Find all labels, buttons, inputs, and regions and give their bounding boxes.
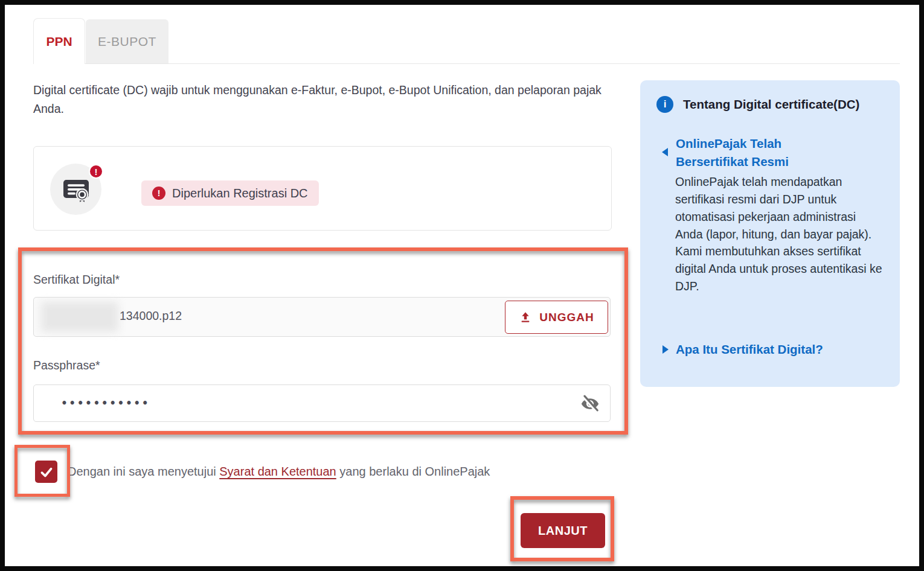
- terms-link[interactable]: Syarat dan Ketentuan: [219, 465, 336, 478]
- toggle-password-visibility-button[interactable]: [579, 393, 602, 415]
- terms-checkbox[interactable]: [35, 461, 57, 483]
- info-panel-header: i Tentang Digital certificate(DC): [656, 96, 859, 113]
- terms-text: Dengan ini saya menyetujui Syarat dan Ke…: [68, 465, 490, 479]
- upload-button[interactable]: UNGGAH: [505, 301, 608, 334]
- tab-ppn[interactable]: PPN: [33, 18, 85, 64]
- terms-suffix: yang berlaku di OnlinePajak: [336, 465, 490, 478]
- certificate-input[interactable]: 134000.p12 UNGGAH: [33, 297, 611, 337]
- certificate-label: Sertifikat Digital*: [33, 273, 120, 287]
- tab-ebupot-label: E-BUPOT: [98, 34, 156, 49]
- info-icon: i: [656, 96, 673, 113]
- certificate-filename: 134000.p12: [120, 309, 182, 323]
- tab-underline: [33, 63, 900, 64]
- tab-ppn-label: PPN: [46, 34, 72, 49]
- what-is-dc-link[interactable]: Apa Itu Sertifikat Digital?: [676, 342, 823, 357]
- passphrase-input[interactable]: [61, 385, 508, 421]
- terms-prefix: Dengan ini saya menyetujui: [68, 465, 219, 478]
- passphrase-label: Passphrase*: [33, 359, 100, 372]
- check-icon: [39, 464, 54, 480]
- continue-button[interactable]: LANJUT: [521, 513, 605, 548]
- dc-status-badge-label: Diperlukan Registrasi DC: [172, 187, 308, 200]
- certificate-icon: [62, 175, 91, 204]
- dc-status-card: ! ! Diperlukan Registrasi DC: [33, 146, 612, 231]
- passphrase-field-wrap: [33, 384, 611, 422]
- terms-row: Dengan ini saya menyetujui Syarat dan Ke…: [35, 461, 490, 483]
- page: PPN E-BUPOT Digital certificate (DC) waj…: [0, 0, 924, 571]
- exclamation-icon: !: [152, 187, 165, 200]
- expand-arrow-icon: [663, 345, 669, 354]
- certified-link-row[interactable]: OnlinePajak Telah Bersertifikat Resmi: [662, 135, 815, 170]
- upload-button-label: UNGGAH: [539, 311, 594, 324]
- upload-icon: [519, 311, 532, 324]
- info-panel-body: OnlinePajak telah mendapatkan sertifikas…: [675, 173, 885, 295]
- certificate-icon-wrap: !: [50, 164, 101, 215]
- redaction-blur: [41, 302, 118, 332]
- dc-status-badge: ! Diperlukan Registrasi DC: [141, 180, 319, 206]
- alert-badge-icon: !: [89, 164, 103, 179]
- certified-link[interactable]: OnlinePajak Telah Bersertifikat Resmi: [676, 135, 815, 170]
- eye-off-icon: [580, 394, 600, 414]
- info-panel: i Tentang Digital certificate(DC) Online…: [640, 80, 900, 387]
- collapse-arrow-icon: [662, 148, 668, 156]
- intro-text: Digital certificate (DC) wajib untuk men…: [33, 81, 622, 118]
- info-panel-title: Tentang Digital certificate(DC): [683, 97, 859, 112]
- what-is-dc-row[interactable]: Apa Itu Sertifikat Digital?: [663, 342, 823, 357]
- tab-ebupot[interactable]: E-BUPOT: [86, 19, 168, 63]
